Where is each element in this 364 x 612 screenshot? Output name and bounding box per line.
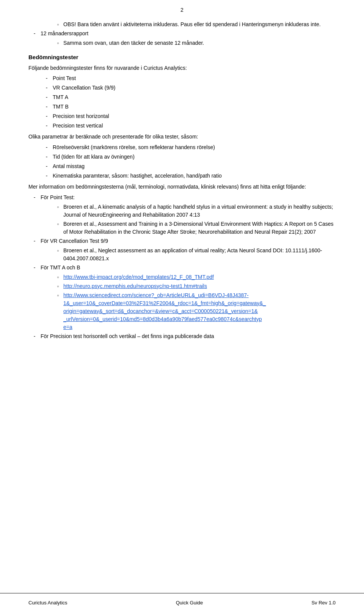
ref-tmt-2-text: http://neuro.psyc.memphis.edu/neuropsyc/… xyxy=(63,282,336,290)
ref-label-vr: För VR Cancellation Test 9/9 xyxy=(41,237,336,245)
footer-center: Quick Guide xyxy=(176,600,203,606)
assessment-item-3: - TMT A xyxy=(41,93,336,101)
assessment-item-6: - Precision test vertical xyxy=(41,122,336,130)
page: 2 o OBS! Bara tiden använt i aktiviteter… xyxy=(0,0,364,612)
footer-right: Sv Rev 1.0 xyxy=(311,600,336,606)
param-dash-1: - xyxy=(41,143,53,151)
dash-text-5: Precision test horizontal xyxy=(53,112,336,120)
param-text-3: Antal misstag xyxy=(53,162,336,170)
assessment-item-4: - TMT B xyxy=(41,103,336,111)
section-intro: Följande bedömningstester finns för nuva… xyxy=(28,64,336,72)
footer: Curictus Analytics Quick Guide Sv Rev 1.… xyxy=(0,593,364,612)
ref-tmt-3-char: o xyxy=(53,291,63,298)
ref-label-tmt: För TMT A och B xyxy=(41,264,336,272)
param-text-2: Tid (tiden för att klara av övningen) xyxy=(53,153,336,161)
params-intro: Olika parametrar är beräknade och presen… xyxy=(28,133,336,141)
ref-tmt-link-1[interactable]: http://www.tbi-impact.org/cde/mod_templa… xyxy=(63,274,214,280)
circle-char-12: o xyxy=(53,39,63,46)
dash-char-6: - xyxy=(41,122,53,130)
bullet-text-obs: OBS! Bara tiden använt i aktiviteterna i… xyxy=(63,20,336,28)
ref-pt-1-text: Broeren et al., A kinematic analysis of … xyxy=(63,203,336,219)
param-dash-2: - xyxy=(41,153,53,161)
ref-tmt-2-char: o xyxy=(53,282,63,289)
bullet-12: - 12 månadersrapport xyxy=(28,30,336,38)
ref-tmt-label: - För TMT A och B xyxy=(28,264,336,272)
ref-pt-1: o Broeren et al., A kinematic analysis o… xyxy=(53,203,336,219)
ref-tmt-link-3[interactable]: http://www.sciencedirect.com/science?_ob… xyxy=(63,292,266,330)
ref-tmt-3-text: http://www.sciencedirect.com/science?_ob… xyxy=(63,291,336,331)
ref-tmt-1-text: http://www.tbi-impact.org/cde/mod_templa… xyxy=(63,273,336,281)
ref-precision-label: - För Precision test horisontell och ver… xyxy=(28,332,336,340)
dash-text-6: Precision test vertical xyxy=(53,122,336,130)
circle-text-12: Samma som ovan, utan den täcker de senas… xyxy=(63,39,336,47)
ref-label-precision: För Precision test horisontell och verti… xyxy=(41,332,336,340)
ref-pt-2-char: o xyxy=(53,220,63,227)
ref-tmt-1: o http://www.tbi-impact.org/cde/mod_temp… xyxy=(53,273,336,281)
assessment-list: - Point Test - VR Cancellation Task (9/9… xyxy=(28,74,336,130)
more-info: Mer information om bedömningstesterna (m… xyxy=(28,183,336,191)
section-heading: Bedömningstester xyxy=(28,53,336,62)
ref-vr-1-char: o xyxy=(53,247,63,253)
ref-vr-1-text: Broeren et al., Neglect assessment as an… xyxy=(63,247,336,263)
assessment-item-2: - VR Cancellation Task (9/9) xyxy=(41,84,336,92)
params-list: - Rörelseöversikt (markörens rörelse, so… xyxy=(28,143,336,180)
dash-text-3: TMT A xyxy=(53,93,336,101)
dash-char-4: - xyxy=(41,103,53,111)
param-dash-3: - xyxy=(41,162,53,170)
page-number: 2 xyxy=(0,0,364,17)
dash-text-1: Point Test xyxy=(53,74,336,82)
assessment-item-1: - Point Test xyxy=(41,74,336,82)
param-text-1: Rörelseöversikt (markörens rörelse, som … xyxy=(53,143,336,151)
dash-char-2: - xyxy=(41,84,53,92)
dash-text-12: 12 månadersrapport xyxy=(41,30,336,38)
intro-bullets: o OBS! Bara tiden använt i aktiviteterna… xyxy=(28,20,336,47)
sub-12: o Samma som ovan, utan den täcker de sen… xyxy=(53,39,336,47)
dash-char-1: - xyxy=(41,74,53,82)
param-item-2: - Tid (tiden för att klara av övningen) xyxy=(41,153,336,161)
assessment-item-5: - Precision test horizontal xyxy=(41,112,336,120)
ref-pt-2: o Boreren et al., Assessment and Trainin… xyxy=(53,220,336,236)
ref-pt-1-char: o xyxy=(53,203,63,209)
param-item-3: - Antal misstag xyxy=(41,162,336,170)
param-item-4: - Kinematiska paramterar, såsom: hastigh… xyxy=(41,172,336,180)
ref-tmt-3: o http://www.sciencedirect.com/science?_… xyxy=(53,291,336,331)
ref-dash-tmt: - xyxy=(28,264,41,272)
bullet-char-obs: o xyxy=(53,20,63,27)
footer-left: Curictus Analytics xyxy=(28,600,67,606)
param-text-4: Kinematiska paramterar, såsom: hastighet… xyxy=(53,172,336,180)
dash-text-2: VR Cancellation Task (9/9) xyxy=(53,84,336,92)
dash-text-4: TMT B xyxy=(53,103,336,111)
param-dash-4: - xyxy=(41,172,53,180)
ref-tmt-2: o http://neuro.psyc.memphis.edu/neuropsy… xyxy=(53,282,336,290)
dash-char-12: - xyxy=(28,30,41,38)
ref-tmt-link-2[interactable]: http://neuro.psyc.memphis.edu/neuropsyc/… xyxy=(63,283,207,289)
ref-tmt-1-char: o xyxy=(53,273,63,280)
param-item-1: - Rörelseöversikt (markörens rörelse, so… xyxy=(41,143,336,151)
content-area: o OBS! Bara tiden använt i aktiviteterna… xyxy=(0,17,364,612)
ref-dash-precision: - xyxy=(28,332,41,340)
ref-dash-vr: - xyxy=(28,237,41,245)
ref-vr-1: o Broeren et al., Neglect assessment as … xyxy=(53,247,336,263)
ref-dash-pt: - xyxy=(28,194,41,201)
dash-char-5: - xyxy=(41,112,53,120)
ref-point-test-label: - För Point Test: xyxy=(28,194,336,201)
ref-vr-label: - För VR Cancellation Test 9/9 xyxy=(28,237,336,245)
bullet-obs: o OBS! Bara tiden använt i aktiviteterna… xyxy=(53,20,336,28)
ref-label-pt: För Point Test: xyxy=(41,194,336,201)
dash-char-3: - xyxy=(41,93,53,101)
references: - För Point Test: o Broeren et al., A ki… xyxy=(28,194,336,340)
ref-pt-2-text: Boreren et al., Assessment and Training … xyxy=(63,220,336,236)
